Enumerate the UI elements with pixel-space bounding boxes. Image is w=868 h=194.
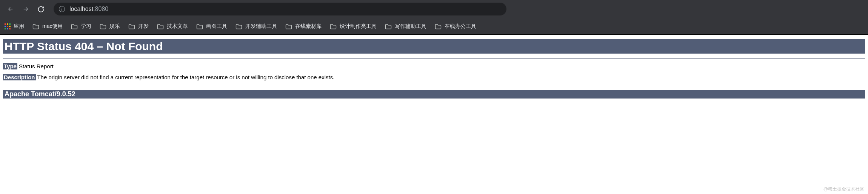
folder-icon — [32, 24, 39, 29]
description-label: Description — [3, 74, 36, 80]
url-host: localhost — [69, 6, 93, 12]
folder-icon — [100, 24, 106, 29]
folder-icon — [128, 24, 135, 29]
folder-icon — [157, 24, 164, 29]
type-label: Type — [3, 63, 17, 69]
folder-icon — [435, 24, 442, 29]
bookmark-folder[interactable]: 在线办公工具 — [435, 23, 476, 30]
bookmark-label: 学习 — [81, 23, 91, 30]
bookmark-label: 在线办公工具 — [445, 23, 476, 30]
page-content: HTTP Status 404 – Not Found Type Status … — [0, 39, 868, 99]
bookmark-folder[interactable]: 开发 — [128, 23, 149, 30]
bookmark-label: 写作辅助工具 — [395, 23, 426, 30]
divider — [3, 85, 865, 85]
bookmark-folder[interactable]: 设计制作类工具 — [330, 23, 377, 30]
address-bar[interactable]: i localhost:8080 — [54, 3, 506, 15]
bookmark-label: 娱乐 — [109, 23, 120, 30]
bookmark-folder[interactable]: 技术文章 — [157, 23, 188, 30]
bookmark-folder[interactable]: 画图工具 — [196, 23, 227, 30]
bookmark-folder[interactable]: mac使用 — [32, 23, 63, 30]
apps-icon — [5, 23, 11, 29]
error-description-line: Description The origin server did not fi… — [3, 74, 865, 80]
bookmark-label: mac使用 — [42, 23, 63, 30]
folder-icon — [330, 24, 337, 29]
folder-icon — [71, 24, 78, 29]
server-footer: Apache Tomcat/9.0.52 — [3, 90, 865, 99]
bookmark-label: 设计制作类工具 — [340, 23, 377, 30]
divider — [3, 58, 865, 59]
folder-icon — [235, 24, 242, 29]
folder-icon — [385, 24, 392, 29]
bookmark-folder[interactable]: 学习 — [71, 23, 91, 30]
bookmark-folder[interactable]: 娱乐 — [100, 23, 120, 30]
browser-toolbar: i localhost:8080 — [0, 0, 868, 18]
folder-icon — [196, 24, 203, 29]
bookmark-label: 画图工具 — [206, 23, 227, 30]
forward-button[interactable] — [20, 3, 32, 15]
type-value: Status Report — [17, 63, 54, 69]
bookmark-folder[interactable]: 在线素材库 — [285, 23, 322, 30]
apps-button[interactable]: 应用 — [5, 23, 24, 30]
reload-button[interactable] — [35, 3, 47, 15]
bookmark-label: 开发辅助工具 — [245, 23, 277, 30]
error-type-line: Type Status Report — [3, 63, 865, 69]
back-button[interactable] — [5, 3, 17, 15]
folder-icon — [285, 24, 292, 29]
error-title: HTTP Status 404 – Not Found — [3, 39, 865, 54]
bookmark-folder[interactable]: 写作辅助工具 — [385, 23, 426, 30]
bookmarks-bar: 应用 mac使用学习娱乐开发技术文章画图工具开发辅助工具在线素材库设计制作类工具… — [0, 18, 868, 35]
bookmark-label: 技术文章 — [167, 23, 188, 30]
bookmark-folder[interactable]: 开发辅助工具 — [235, 23, 277, 30]
bookmark-label: 开发 — [138, 23, 149, 30]
url-port: :8080 — [93, 6, 108, 12]
description-value: The origin server did not find a current… — [36, 74, 335, 80]
site-info-icon[interactable]: i — [59, 6, 65, 12]
apps-label: 应用 — [14, 23, 24, 30]
bookmark-label: 在线素材库 — [295, 23, 322, 30]
